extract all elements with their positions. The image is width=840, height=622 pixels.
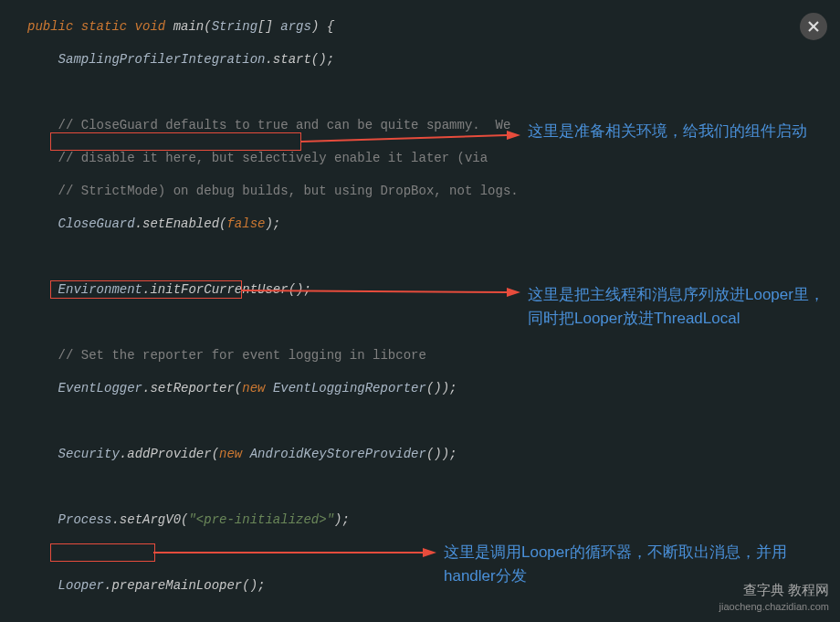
watermark-url: jiaocheng.chazidian.com [719,598,829,615]
annotation-environment: 这里是准备相关环境，给我们的组件启动 [528,120,811,143]
code-line [27,248,572,265]
close-icon [807,20,820,33]
code-line [27,314,572,331]
watermark-brand: 查字典 教程网 [719,582,829,598]
code-line: Environment.initForCurrentUser(); [27,281,572,298]
code-line [27,84,572,100]
code-line: public static void main(String[] args) { [27,18,572,35]
code-line [27,610,572,622]
code-line: Process.setArgV0("<pre-initialized>"); [27,511,572,528]
code-line: Security.addProvider(new AndroidKeyStore… [27,446,572,462]
annotation-looper-prepare: 这里是把主线程和消息序列放进Looper里，同时把Looper放进ThreadL… [528,283,834,331]
code-line [27,479,572,495]
code-line [27,413,572,429]
code-line: // disable it here, but selectively enab… [27,150,572,166]
code-line: // Set the reporter for event logging in… [27,347,572,364]
code-line: CloseGuard.setEnabled(false); [27,216,572,232]
watermark: 查字典 教程网 jiaocheng.chazidian.com [719,582,829,615]
close-button[interactable] [800,13,827,40]
code-line: EventLogger.setReporter(new EventLogging… [27,380,572,396]
code-line: // CloseGuard defaults to true and can b… [27,117,572,133]
code-block: public static void main(String[] args) {… [27,2,572,622]
code-line: // StrictMode) on debug builds, but usin… [27,183,572,199]
code-line: SamplingProfilerIntegration.start(); [27,51,572,68]
